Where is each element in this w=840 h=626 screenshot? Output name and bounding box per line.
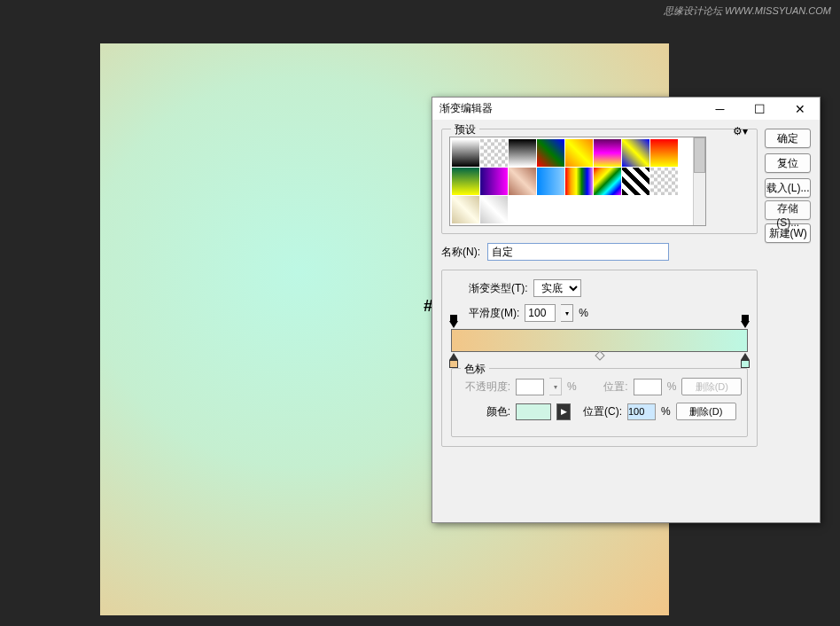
close-button[interactable]: ✕ [780,98,820,120]
preset-swatch[interactable] [594,168,621,195]
opacity-spinner: ▾ [549,378,562,395]
gradient-editor-bar[interactable] [451,329,748,352]
gradient-settings-panel: 渐变类型(T): 实底 平滑度(M): ▾ % [441,270,758,447]
gradient-type-select[interactable]: 实底 [533,279,581,297]
percent-label: % [579,307,588,319]
name-label: 名称(N): [441,245,480,260]
color-label: 颜色: [457,404,510,419]
smoothness-spinner[interactable]: ▾ [561,304,573,322]
color-stop-left[interactable] [449,353,458,362]
dialog-title: 渐变编辑器 [439,101,493,116]
load-button[interactable]: 载入(L)... [765,178,811,198]
preset-swatch[interactable] [452,168,479,195]
opacity-stop-left[interactable] [449,319,458,328]
gradient-editor-dialog: 渐变编辑器 ─ ☐ ✕ 预设 ⚙▾ [432,97,821,523]
maximize-button[interactable]: ☐ [740,98,780,120]
gradient-bar[interactable] [451,329,748,352]
preset-swatch[interactable] [452,139,479,167]
smoothness-input[interactable] [525,304,556,322]
midpoint-marker[interactable] [595,350,604,360]
opacity-percent: % [567,380,577,393]
presets-label: 预设 [451,122,479,137]
position-percent: % [667,380,677,393]
preset-swatch[interactable] [650,168,678,195]
preset-swatch[interactable] [650,139,678,167]
opacity-label: 不透明度: [457,380,510,395]
smoothness-label: 平滑度(M): [469,306,519,321]
ok-button[interactable]: 确定 [765,129,811,148]
preset-swatch[interactable] [480,196,508,223]
minimize-button[interactable]: ─ [700,98,740,120]
preset-swatch[interactable] [565,139,593,167]
preset-swatch[interactable] [622,168,649,195]
preset-swatch[interactable] [509,168,536,195]
opacity-input [516,379,544,395]
position-c-input[interactable] [627,403,656,420]
position-label: 位置: [582,380,628,395]
color-stop-right[interactable] [741,353,750,362]
preset-swatch[interactable] [594,139,621,167]
presets-panel: 预设 ⚙▾ [441,129,758,234]
color-arrow-button[interactable]: ▶ [556,403,571,420]
reset-button[interactable]: 复位 [765,153,811,173]
gear-icon[interactable]: ⚙▾ [733,125,748,137]
preset-swatch[interactable] [622,139,649,167]
stops-label: 色标 [461,362,489,377]
preset-swatch[interactable] [452,196,479,223]
stops-panel: 色标 不透明度: ▾ % 位置: % 删除(D) 颜色: ▶ [451,368,748,437]
delete-color-button[interactable]: 删除(D) [676,403,736,420]
gradient-type-label: 渐变类型(T): [469,281,528,296]
delete-opacity-button: 删除(D) [681,378,742,395]
position-input [634,379,662,395]
position-c-percent: % [661,405,671,418]
presets-scrollbar[interactable] [693,137,705,225]
save-button[interactable]: 存储(S)... [765,200,811,220]
preset-swatch[interactable] [480,168,508,195]
watermark: 思缘设计论坛 WWW.MISSYUAN.COM [664,4,831,18]
position-c-label: 位置(C): [576,404,622,419]
preset-swatch[interactable] [537,168,564,195]
titlebar[interactable]: 渐变编辑器 ─ ☐ ✕ [432,98,820,120]
color-swatch[interactable] [516,403,551,420]
presets-grid [449,137,706,226]
preset-swatch[interactable] [480,139,508,167]
preset-swatch[interactable] [509,139,536,167]
opacity-stop-right[interactable] [741,319,750,328]
preset-swatch[interactable] [537,139,564,167]
preset-swatch[interactable] [565,168,593,195]
name-input[interactable] [487,243,669,261]
